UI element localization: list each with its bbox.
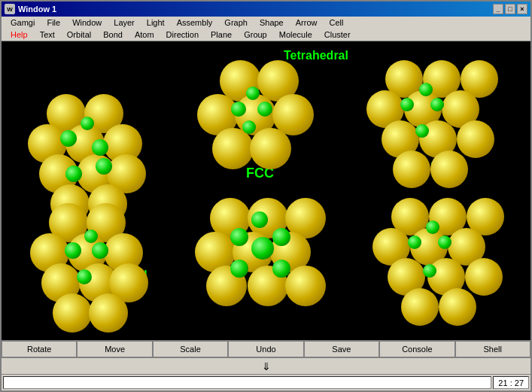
canvas-area[interactable]: Tetrahedral BCC FCC HCP Octahedral: [2, 41, 530, 340]
menu-file[interactable]: File: [41, 17, 66, 28]
main-window: W Window 1 _ □ × Gamgi File Window Layer…: [0, 0, 532, 392]
menu-group[interactable]: Group: [238, 29, 273, 40]
menu-orbital[interactable]: Orbital: [61, 29, 97, 40]
menu-light[interactable]: Light: [141, 17, 171, 28]
window-title: Window 1: [18, 5, 493, 14]
status-input[interactable]: [3, 376, 491, 389]
menu-cluster[interactable]: Cluster: [318, 29, 357, 40]
titlebar: W Window 1 _ □ ×: [2, 2, 530, 17]
menu-bond[interactable]: Bond: [97, 29, 129, 40]
toolbar: Rotate Move Scale Undo Save Console Shel…: [2, 340, 530, 357]
menu-molecule[interactable]: Molecule: [273, 29, 318, 40]
move-button[interactable]: Move: [77, 341, 152, 357]
menu-arrow[interactable]: Arrow: [290, 17, 324, 28]
status-bar: 21 : 27: [2, 374, 530, 390]
menubar: Gamgi File Window Layer Light Assembly G…: [2, 17, 530, 41]
menu-cell[interactable]: Cell: [323, 17, 349, 28]
menu-assembly[interactable]: Assembly: [171, 17, 219, 28]
shell-button[interactable]: Shell: [455, 341, 530, 357]
window-icon: W: [5, 4, 15, 14]
menu-row-2: Help Text Orbital Bond Atom Direction Pl…: [2, 29, 530, 41]
undo-button[interactable]: Undo: [228, 341, 303, 357]
close-button[interactable]: ×: [517, 4, 527, 14]
scale-button[interactable]: Scale: [153, 341, 228, 357]
console-button[interactable]: Console: [379, 341, 454, 357]
menu-graph[interactable]: Graph: [218, 17, 254, 28]
titlebar-buttons: _ □ ×: [493, 4, 527, 14]
save-button[interactable]: Save: [304, 341, 379, 357]
input-bar: ⇓: [2, 357, 530, 374]
menu-row-1: Gamgi File Window Layer Light Assembly G…: [2, 17, 530, 29]
menu-gamgi[interactable]: Gamgi: [5, 17, 41, 28]
menu-shape[interactable]: Shape: [254, 17, 290, 28]
menu-layer[interactable]: Layer: [108, 17, 141, 28]
input-symbol: ⇓: [262, 360, 271, 372]
minimize-button[interactable]: _: [493, 4, 503, 14]
menu-direction[interactable]: Direction: [160, 29, 205, 40]
menu-text[interactable]: Text: [34, 29, 61, 40]
menu-help[interactable]: Help: [5, 29, 34, 40]
rotate-button[interactable]: Rotate: [2, 341, 77, 357]
label-tetrahedral: Tetrahedral: [284, 49, 348, 62]
menu-window[interactable]: Window: [66, 17, 108, 28]
menu-plane[interactable]: Plane: [205, 29, 238, 40]
status-coords: 21 : 27: [493, 376, 529, 389]
maximize-button[interactable]: □: [505, 4, 515, 14]
menu-atom[interactable]: Atom: [129, 29, 160, 40]
